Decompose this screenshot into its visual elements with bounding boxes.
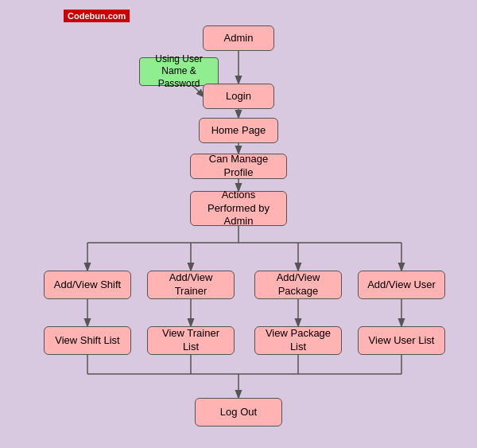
username-password-node: Using User Name & Password	[139, 57, 219, 86]
manage-profile-node: Can Manage Profile	[190, 154, 287, 179]
package-list-node: View Package List	[254, 326, 342, 355]
homepage-node: Home Page	[199, 118, 278, 143]
login-node: Login	[203, 84, 274, 109]
shift-list-node: View Shift List	[44, 326, 131, 355]
addview-package-node: Add/View Package	[254, 271, 342, 299]
addview-shift-node: Add/View Shift	[44, 271, 131, 299]
addview-trainer-node: Add/View Trainer	[147, 271, 235, 299]
addview-user-node: Add/View User	[358, 271, 445, 299]
admin-node: Admin	[203, 25, 274, 51]
brand-label: Codebun.com	[64, 10, 130, 22]
diagram-container: Codebun.com	[0, 0, 477, 448]
user-list-node: View User List	[358, 326, 445, 355]
actions-node: Actions Performed by Admin	[190, 191, 287, 226]
trainer-list-node: View Trainer List	[147, 326, 235, 355]
logout-node: Log Out	[195, 398, 282, 427]
